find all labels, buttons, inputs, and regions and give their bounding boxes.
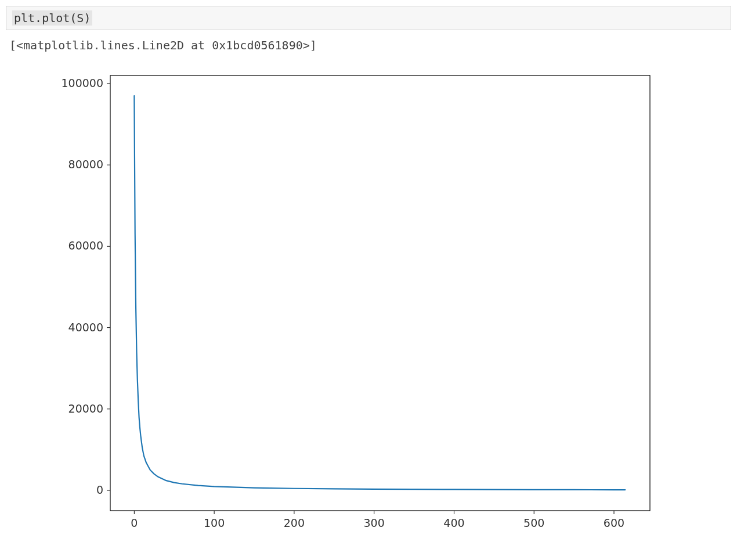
chart-figure: 0100200300400500600020000400006000080000… [6,62,731,545]
y-tick-label: 60000 [68,239,103,252]
chart-svg: 0100200300400500600020000400006000080000… [12,64,662,540]
y-tick-label: 0 [96,483,103,496]
series-line [134,96,625,490]
x-tick-label: 0 [131,516,138,529]
y-tick-label: 100000 [61,77,103,89]
code-cell[interactable]: plt.plot(S) [6,6,731,30]
y-tick-label: 80000 [68,158,103,171]
x-tick-label: 300 [364,516,385,529]
y-tick-label: 40000 [68,321,103,334]
x-tick-label: 500 [523,516,544,529]
x-tick-label: 400 [443,516,464,529]
output-text: [<matplotlib.lines.Line2D at 0x1bcd05618… [6,38,731,62]
x-tick-label: 600 [604,516,624,529]
y-tick-label: 20000 [68,402,103,415]
x-tick-label: 100 [204,516,225,529]
svg-rect-0 [110,75,650,511]
x-tick-label: 200 [284,516,305,529]
code-text: plt.plot(S) [12,10,92,26]
